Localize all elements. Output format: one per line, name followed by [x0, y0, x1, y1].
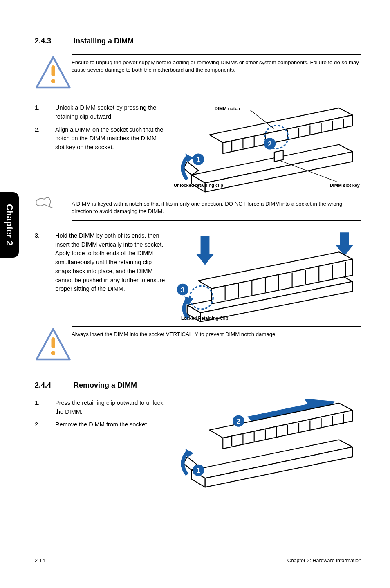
note-icon: [35, 196, 72, 210]
section-title: Installing a DIMM: [74, 37, 134, 45]
svg-point-2: [51, 79, 55, 83]
section-number: 2.4.3: [35, 37, 72, 45]
svg-marker-28: [196, 236, 214, 265]
svg-point-51: [51, 351, 55, 355]
install-step-3: 3. Hold the DIMM by both of its ends, th…: [35, 231, 166, 294]
svg-text:2: 2: [268, 140, 271, 148]
install-steps-1-2: 1. Unlock a DIMM socket by pressing the …: [35, 103, 166, 152]
diagram-insert: 3 Locked Retaining Clip: [174, 231, 361, 317]
step-text: Press the retaining clip outward to unlo…: [55, 399, 166, 417]
remove-steps-row: 1. Press the retaining clip outward to u…: [35, 399, 361, 480]
remove-steps: 1. Press the retaining clip outward to u…: [35, 399, 166, 429]
section-title: Removing a DIMM: [74, 381, 137, 389]
step-text: Align a DIMM on the socket such that the…: [55, 126, 166, 152]
footer-chapter-label: Chapter 2: Hardware information: [287, 558, 361, 563]
chapter-side-tab: Chapter 2: [0, 192, 19, 258]
step-1: 1. Unlock a DIMM socket by pressing the …: [35, 103, 166, 121]
caution-icon: [35, 54, 72, 93]
step-2: 2. Align a DIMM on the socket such that …: [35, 126, 166, 152]
remove-step-1: 1. Press the retaining clip outward to u…: [35, 399, 166, 417]
svg-rect-1: [52, 65, 55, 76]
step-num: 2.: [35, 126, 55, 152]
remove-step-2: 2. Remove the DIMM from the socket.: [35, 420, 166, 429]
svg-rect-50: [52, 337, 55, 348]
svg-marker-21: [274, 150, 283, 162]
caution-text: Ensure to unplug the power supply before…: [72, 54, 361, 79]
chapter-side-tab-label: Chapter 2: [4, 204, 15, 245]
note-callout: A DIMM is keyed with a notch so that it …: [35, 196, 361, 221]
section-number: 2.4.4: [35, 381, 72, 390]
diagram-remove: 1 2: [174, 399, 361, 480]
step-text: Unlock a DIMM socket by pressing the ret…: [55, 103, 166, 121]
label-slot-key: DIMM slot key: [330, 183, 360, 188]
svg-text:3: 3: [181, 286, 184, 294]
svg-text:1: 1: [197, 156, 200, 163]
svg-text:2: 2: [237, 417, 240, 425]
diagram-unlock: 1 2 DIMM notch Unlocked retaining clip D…: [174, 103, 361, 185]
step-3-row: 3. Hold the DIMM by both of its ends, th…: [35, 231, 361, 317]
caution-callout-1: Ensure to unplug the power supply before…: [35, 54, 361, 93]
caution-callout-2: Always insert the DIMM into the socket V…: [35, 326, 361, 365]
label-locked-clip: Locked Retaining Clip: [181, 316, 229, 321]
step-text: Remove the DIMM from the socket.: [55, 420, 166, 429]
svg-text:1: 1: [197, 467, 200, 474]
step-num: 3.: [35, 231, 55, 294]
note-text: A DIMM is keyed with a notch so that it …: [72, 196, 361, 221]
step-num: 1.: [35, 103, 55, 121]
step-3: 3. Hold the DIMM by both of its ends, th…: [35, 231, 166, 294]
footer-page-number: 2-14: [35, 558, 45, 563]
label-unlocked-clip: Unlocked retaining clip: [174, 183, 223, 188]
section-heading-244: 2.4.4 Removing a DIMM: [35, 381, 361, 390]
steps-1-2-row: 1. Unlock a DIMM socket by pressing the …: [35, 103, 361, 185]
page-footer: 2-14 Chapter 2: Hardware information: [35, 554, 361, 563]
caution-text-2: Always insert the DIMM into the socket V…: [72, 326, 361, 343]
caution-icon: [35, 326, 72, 365]
label-dimm-notch: DIMM notch: [215, 106, 240, 111]
step-text: Hold the DIMM by both of its ends, then …: [55, 231, 166, 294]
section-heading-243: 2.4.3 Installing a DIMM: [35, 37, 361, 45]
svg-marker-57: [185, 449, 193, 458]
step-num: 2.: [35, 420, 55, 429]
svg-marker-7: [185, 153, 193, 162]
step-num: 1.: [35, 399, 55, 417]
